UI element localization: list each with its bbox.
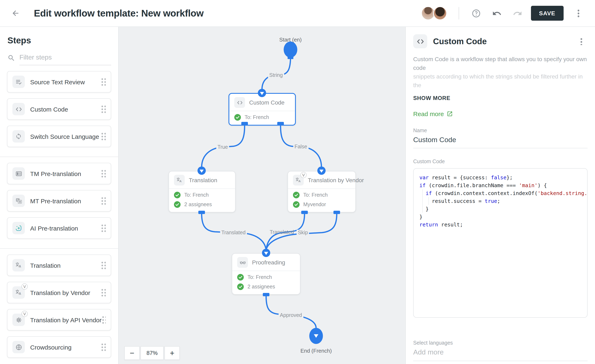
check-circle-icon (293, 201, 300, 208)
group-separator (0, 248, 118, 249)
edge-label-translated-right: Translated (268, 229, 295, 235)
edge-approved[interactable] (266, 296, 316, 328)
avatar-1[interactable] (421, 6, 435, 20)
drag-handle-icon[interactable] (101, 78, 106, 86)
svg-text:A: A (19, 292, 21, 295)
translate-vendor-icon: A V (293, 175, 304, 186)
step-item-label: TM Pre-translation (30, 170, 81, 177)
redo-button[interactable] (510, 6, 525, 21)
step-item-translation[interactable]: A Translation (7, 255, 111, 276)
code-icon (234, 97, 245, 108)
avatar-2[interactable] (433, 6, 447, 20)
vendor-badge: V (21, 283, 28, 290)
step-item-label: Crowdsourcing (30, 343, 71, 350)
node-custom-code[interactable]: Custom Code To: French (228, 93, 296, 126)
node-proofreading[interactable]: Proofreading To: French 2 assignees (232, 253, 300, 295)
check-circle-icon (237, 283, 244, 290)
drag-handle-icon[interactable] (101, 105, 106, 113)
node-translation[interactable]: A Translation To: French 2 assignees (169, 171, 235, 212)
edge-label-skip: Skip (297, 230, 309, 236)
name-label: Name (413, 128, 588, 134)
drag-handle-icon[interactable] (101, 343, 106, 351)
node-title: Translation (189, 177, 217, 183)
check-circle-icon (174, 201, 181, 208)
step-item-mt-pre-translation[interactable]: G MT Pre-translation (7, 190, 111, 212)
workflow-canvas[interactable]: Custom Code To: French A Translation To:… (119, 27, 405, 364)
step-item-label: Source Text Review (30, 78, 85, 85)
header-menu-button[interactable] (571, 6, 586, 21)
step-item-switch-source-language[interactable]: Switch Source Language (7, 126, 111, 147)
translate-vendor-icon: A V (12, 286, 25, 299)
step-item-ai-pre-translation[interactable]: AI Pre-translation (7, 217, 111, 239)
kebab-icon (578, 9, 579, 17)
end-node-label: End (French) (300, 348, 332, 354)
name-input[interactable] (413, 134, 588, 148)
show-more-button[interactable]: SHOW MORE (413, 95, 450, 101)
drag-handle-icon[interactable] (101, 132, 106, 141)
back-button[interactable] (8, 6, 23, 21)
group-separator (0, 157, 118, 157)
drag-handle-icon[interactable] (101, 224, 106, 232)
drag-handle-icon[interactable] (101, 261, 106, 269)
edge-label-string: String (268, 72, 284, 78)
node-translation-by-vendor[interactable]: A V Translation by Vendor To: French Myv… (288, 171, 356, 212)
step-item-custom-code[interactable]: Custom Code (7, 98, 111, 120)
zoom-in-button[interactable]: + (164, 346, 180, 360)
panel-title: Custom Code (433, 36, 487, 46)
check-circle-icon (293, 192, 300, 198)
drag-handle-icon[interactable] (101, 197, 106, 205)
step-description: Custom Code is a workflow step that allo… (413, 55, 588, 90)
code-editor[interactable]: var result = {success: false}; if (crowd… (413, 168, 588, 318)
filter-steps-input[interactable] (19, 52, 111, 65)
zoom-level: 87% (141, 346, 164, 360)
step-item-translation-by-api-vendor[interactable]: V Translation by API Vendor (7, 309, 111, 330)
mt-icon: G (12, 195, 25, 207)
drag-handle-icon[interactable] (101, 288, 106, 297)
step-item-label: Switch Source Language (30, 133, 99, 140)
edge-label-false: False (293, 144, 308, 150)
node-title: Translation by Vendor (308, 177, 364, 183)
steps-sidebar: Steps Source Text Review Custom Code (0, 27, 119, 364)
add-language-input[interactable] (413, 346, 588, 361)
translate-icon: A (174, 175, 185, 186)
check-circle-icon (234, 114, 241, 121)
undo-button[interactable] (489, 6, 504, 21)
sidebar-title: Steps (7, 36, 111, 45)
code-content: var result = {success: false}; if (crowd… (419, 173, 581, 228)
drag-handle-icon[interactable] (101, 169, 106, 178)
panel-menu-button[interactable] (575, 35, 588, 48)
svg-text:A: A (179, 179, 182, 183)
zoom-out-button[interactable]: − (124, 346, 140, 360)
end-node[interactable] (309, 328, 323, 344)
indent-guide (422, 189, 423, 213)
drag-handle-icon[interactable] (102, 316, 106, 324)
translate-icon: A (12, 259, 25, 271)
step-item-label: Custom Code (30, 106, 68, 113)
undo-icon (492, 8, 502, 18)
redo-icon (513, 8, 522, 18)
step-item-label: AI Pre-translation (30, 225, 78, 232)
check-circle-icon (174, 192, 181, 198)
step-item-tm-pre-translation[interactable]: TM Pre-translation (7, 163, 111, 184)
header-divider (458, 7, 459, 19)
gear-vendor-icon: V (12, 314, 25, 326)
node-row-text: To: French (184, 192, 209, 198)
vendor-badge: V (300, 172, 307, 178)
read-more-link[interactable]: Read more (413, 110, 588, 117)
save-button[interactable]: SAVE (531, 6, 564, 21)
step-item-crowdsourcing[interactable]: Crowdsourcing (7, 336, 111, 358)
start-node[interactable] (284, 42, 297, 59)
ai-sparkle-icon (12, 222, 25, 234)
node-row-text: To: French (303, 192, 328, 198)
tm-icon (12, 167, 25, 180)
step-item-label: MT Pre-translation (30, 197, 81, 204)
step-item-translation-by-vendor[interactable]: A V Translation by Vendor (7, 282, 111, 303)
step-settings-panel: Custom Code Custom Code is a workflow st… (405, 27, 595, 364)
help-icon (471, 8, 481, 18)
edge-label-true: True (216, 144, 229, 150)
step-item-source-text-review[interactable]: Source Text Review (7, 71, 111, 93)
help-button[interactable] (469, 6, 484, 21)
arrow-left-icon (11, 9, 20, 18)
filter-steps-field (7, 52, 111, 65)
node-title: Proofreading (252, 259, 285, 266)
